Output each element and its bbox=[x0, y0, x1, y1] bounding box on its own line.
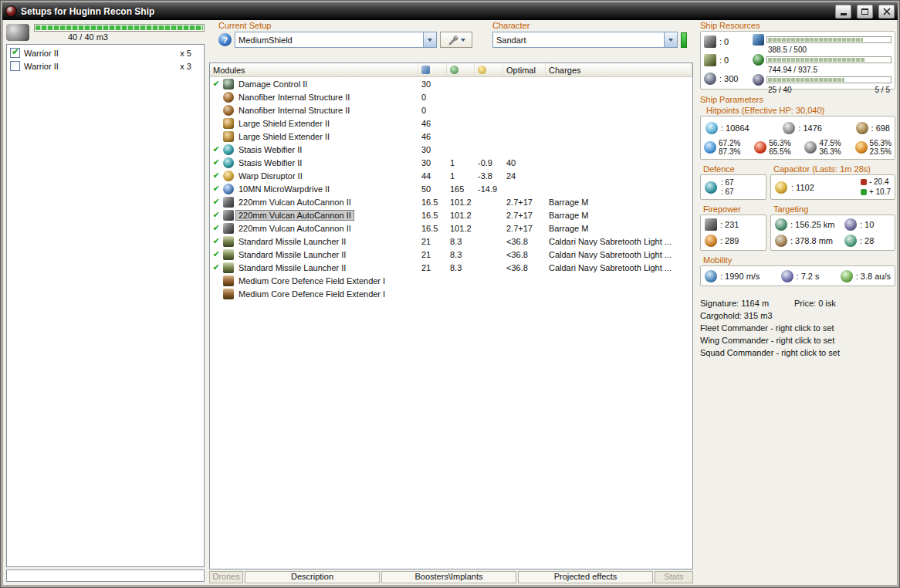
character-combobox[interactable]: Sandart bbox=[492, 32, 678, 48]
module-row[interactable]: Large Shield Extender II 46 bbox=[210, 117, 692, 130]
mobility-icon bbox=[841, 270, 853, 282]
mobility-value: : 3.8 au/s bbox=[856, 272, 891, 281]
cpu-column-header[interactable] bbox=[418, 63, 447, 76]
squad-commander-text[interactable]: Squad Commander - right click to set bbox=[700, 346, 895, 359]
title-bar[interactable]: Setups for Huginn Recon Ship bbox=[2, 2, 898, 20]
module-row[interactable]: Nanofiber Internal Structure II 0 bbox=[210, 90, 692, 103]
bottom-tab[interactable]: Boosters\Implants bbox=[381, 571, 516, 583]
setup-dropdown-button[interactable] bbox=[423, 32, 436, 47]
minimize-button[interactable] bbox=[835, 5, 851, 19]
module-row[interactable]: Stasis Webifier II 30 1 -0.9 40 bbox=[210, 156, 692, 169]
module-row[interactable]: Medium Core Defence Field Extender I bbox=[210, 287, 692, 300]
cap-recharge-value: + 10.7 bbox=[869, 188, 891, 197]
help-icon[interactable] bbox=[218, 33, 232, 46]
targeting-stat: : 378.8 mm bbox=[775, 235, 844, 247]
armor-resist-value: 65.5% bbox=[769, 147, 790, 156]
active-check-icon bbox=[211, 223, 221, 233]
module-type-icon bbox=[223, 210, 234, 221]
drone-list[interactable]: Warrior II x 5 Warrior II x 3 bbox=[6, 44, 205, 567]
module-row[interactable]: 220mm Vulcan AutoCannon II 16.5 101.2 2.… bbox=[210, 208, 692, 221]
module-type-icon bbox=[223, 236, 234, 247]
resist-cell: 67.2% 87.3% bbox=[704, 139, 740, 156]
module-row[interactable]: Damage Control II 30 bbox=[210, 77, 692, 90]
module-row[interactable]: Medium Core Defence Field Extender I bbox=[210, 274, 692, 287]
module-row[interactable]: Standard Missile Launcher II 21 8.3 <36.… bbox=[210, 261, 692, 274]
targeting-box: : 156.25 km : 10 : 378.8 mm bbox=[770, 215, 895, 251]
module-cpu: 21 bbox=[418, 250, 447, 259]
capacitor-column-icon bbox=[478, 66, 486, 74]
module-optimal: <36.8 bbox=[503, 250, 546, 259]
gauge-value: 744.94 / 937.5 bbox=[768, 66, 817, 74]
drone-checkbox[interactable] bbox=[10, 61, 20, 71]
module-name: Nanofiber Internal Structure II bbox=[236, 106, 352, 115]
module-charges: Caldari Navy Sabretooth Light ... bbox=[546, 250, 692, 259]
fleet-commander-text[interactable]: Fleet Commander - right click to set bbox=[700, 322, 895, 334]
module-row[interactable]: Large Shield Extender II 46 bbox=[210, 130, 692, 143]
close-button[interactable] bbox=[878, 5, 895, 19]
module-capacitor: -3.8 bbox=[475, 171, 503, 181]
resource-value: : 300 bbox=[719, 74, 738, 83]
module-type-icon bbox=[223, 131, 234, 142]
module-optimal: 40 bbox=[503, 158, 546, 167]
defence-box: : 67 : 67 bbox=[700, 174, 766, 200]
bottom-tab[interactable]: Drones bbox=[209, 571, 243, 583]
bottom-tab[interactable]: Projected effects bbox=[518, 571, 653, 583]
module-powergrid: 8.3 bbox=[447, 250, 475, 259]
active-check-icon bbox=[211, 79, 221, 89]
powergrid-column-icon bbox=[450, 66, 458, 74]
module-type-icon bbox=[223, 249, 234, 260]
module-type-icon bbox=[223, 118, 234, 129]
module-name: Standard Missile Launcher II bbox=[236, 250, 348, 259]
charges-column-header[interactable]: Charges bbox=[546, 63, 692, 76]
optimal-column-header[interactable]: Optimal bbox=[503, 63, 546, 76]
module-cpu: 30 bbox=[418, 158, 447, 167]
module-cpu: 46 bbox=[418, 119, 447, 128]
character-dropdown-button[interactable] bbox=[664, 32, 677, 47]
module-row[interactable]: Stasis Webifier II 30 bbox=[210, 143, 692, 156]
module-capacitor: -0.9 bbox=[475, 158, 503, 167]
module-row[interactable]: Nanofiber Internal Structure II 0 bbox=[210, 103, 692, 117]
setup-tools-button[interactable] bbox=[440, 32, 472, 48]
maximize-button[interactable] bbox=[857, 5, 873, 19]
module-type-icon bbox=[223, 144, 234, 155]
hitpoints-label: Hitpoints (Effective HP: 30,040) bbox=[700, 106, 895, 115]
drone-checkbox[interactable] bbox=[10, 48, 20, 58]
window-title: Setups for Huginn Recon Ship bbox=[21, 6, 830, 17]
drone-name: Warrior II bbox=[24, 49, 59, 58]
module-row[interactable]: Warp Disruptor II 44 1 -3.8 24 bbox=[210, 169, 692, 182]
module-row[interactable]: 220mm Vulcan AutoCannon II 16.5 101.2 2.… bbox=[210, 195, 692, 208]
wing-commander-text[interactable]: Wing Commander - right click to set bbox=[700, 334, 895, 346]
resist-cell: 47.5% 36.3% bbox=[804, 139, 841, 156]
resist-icon bbox=[704, 141, 716, 154]
capacitor-column-header[interactable] bbox=[475, 63, 503, 76]
drone-list-item[interactable]: Warrior II x 3 bbox=[8, 59, 202, 73]
bottom-tab[interactable]: Description bbox=[245, 571, 380, 583]
targeting-value: : 378.8 mm bbox=[790, 236, 833, 245]
modules-table: Modules Optimal Charges Damage Control I… bbox=[209, 63, 693, 569]
module-charges: Caldari Navy Sabretooth Light ... bbox=[546, 263, 692, 272]
bottom-tab[interactable]: Stats bbox=[655, 571, 693, 583]
module-row[interactable]: Standard Missile Launcher II 21 8.3 <36.… bbox=[210, 235, 692, 248]
setup-combobox[interactable]: MediumShield bbox=[235, 32, 437, 48]
hp-pool-icon bbox=[856, 122, 868, 134]
gauge-bar bbox=[766, 36, 892, 43]
targeting-value: : 156.25 km bbox=[790, 220, 834, 229]
modules-column-header[interactable]: Modules bbox=[210, 63, 418, 76]
gauge-bar bbox=[766, 76, 892, 83]
powergrid-column-header[interactable] bbox=[447, 63, 475, 76]
drone-list-item[interactable]: Warrior II x 5 bbox=[8, 46, 202, 59]
app-window: Setups for Huginn Recon Ship 40 / 40 m3 … bbox=[0, 0, 900, 588]
mobility-title: Mobility bbox=[700, 255, 895, 265]
module-row[interactable]: 10MN MicroWarpdrive II 50 165 -14.9 bbox=[210, 182, 692, 195]
active-check-icon bbox=[211, 144, 221, 154]
capacitor-amount: : 1102 bbox=[791, 183, 814, 192]
mobility-value: : 1990 m/s bbox=[720, 272, 760, 281]
module-cpu: 16.5 bbox=[418, 198, 447, 207]
module-row[interactable]: Standard Missile Launcher II 21 8.3 <36.… bbox=[210, 248, 692, 261]
mobility-stat: : 7.2 s bbox=[781, 270, 820, 282]
module-row[interactable]: 220mm Vulcan AutoCannon II 16.5 101.2 2.… bbox=[210, 221, 692, 235]
resource-slots: : 0 : 0 : 300 bbox=[704, 34, 749, 86]
firepower-icon bbox=[705, 218, 717, 231]
resource-gauges: 388.5 / 500 744.94 / 937.5 bbox=[753, 34, 892, 86]
drone-quantity: x 3 bbox=[180, 62, 191, 71]
